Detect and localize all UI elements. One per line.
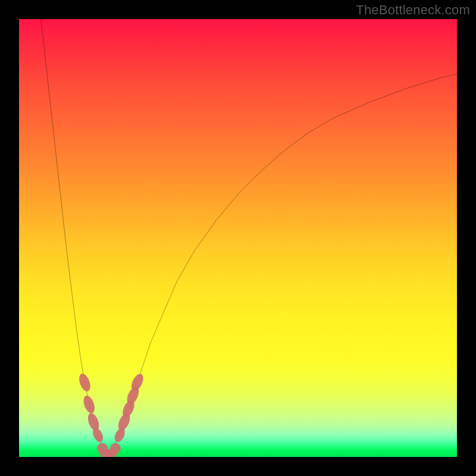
chart-frame: TheBottleneck.com — [0, 0, 476, 476]
svg-point-0 — [77, 372, 93, 393]
marker-cluster-valley — [97, 443, 121, 457]
watermark-text: TheBottleneck.com — [356, 2, 470, 18]
svg-point-7 — [110, 443, 121, 453]
plot-area — [19, 19, 457, 457]
bottleneck-curve — [19, 19, 457, 457]
svg-point-2 — [86, 412, 101, 433]
svg-point-1 — [82, 394, 97, 415]
curve-right-branch — [107, 74, 457, 455]
curve-left-branch — [41, 19, 107, 455]
marker-cluster-right — [112, 372, 145, 443]
marker-cluster-left — [77, 372, 105, 444]
